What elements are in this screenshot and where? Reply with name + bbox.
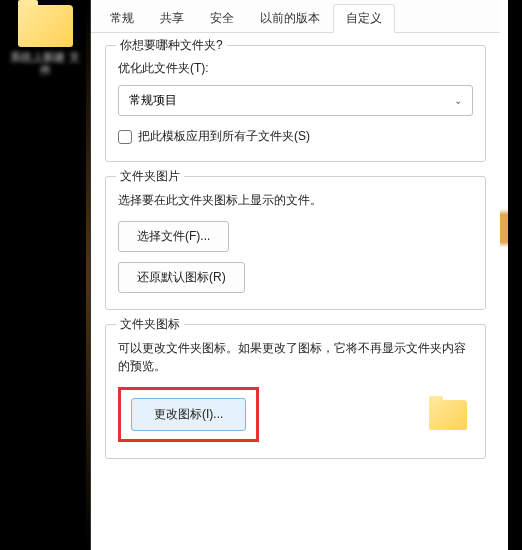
apply-subfolders-row[interactable]: 把此模板应用到所有子文件夹(S) xyxy=(118,128,473,145)
group-folder-picture-title: 文件夹图片 xyxy=(116,168,184,185)
tab-general[interactable]: 常规 xyxy=(97,4,147,33)
group-folder-icon: 文件夹图标 可以更改文件夹图标。如果更改了图标，它将不再显示文件夹内容的预览。 … xyxy=(105,324,486,459)
annotation-highlight: 更改图标(I)... xyxy=(118,387,259,442)
group-folder-icon-title: 文件夹图标 xyxy=(116,316,184,333)
folder-icon-preview xyxy=(429,400,467,430)
choose-file-button[interactable]: 选择文件(F)... xyxy=(118,221,229,252)
folder-icon xyxy=(18,5,73,47)
change-icon-button[interactable]: 更改图标(I)... xyxy=(131,398,246,431)
apply-subfolders-checkbox[interactable] xyxy=(118,130,132,144)
optimize-select-value: 常规项目 xyxy=(129,92,177,109)
optimize-select[interactable]: 常规项目 ⌄ xyxy=(118,85,473,116)
tab-sharing[interactable]: 共享 xyxy=(147,4,197,33)
desktop-folder-shortcut[interactable]: 系统上新建 文件 xyxy=(10,5,80,77)
right-edge-strip xyxy=(500,0,522,550)
optimize-label: 优化此文件夹(T): xyxy=(118,60,473,77)
desktop-folder-label: 系统上新建 文件 xyxy=(10,51,80,77)
tab-previous-versions[interactable]: 以前的版本 xyxy=(247,4,333,33)
properties-dialog: 常规 共享 安全 以前的版本 自定义 你想要哪种文件夹? 优化此文件夹(T): … xyxy=(90,0,500,550)
group-folder-type: 你想要哪种文件夹? 优化此文件夹(T): 常规项目 ⌄ 把此模板应用到所有子文件… xyxy=(105,45,486,162)
folder-icon-desc: 可以更改文件夹图标。如果更改了图标，它将不再显示文件夹内容的预览。 xyxy=(118,339,473,375)
restore-default-icon-button[interactable]: 还原默认图标(R) xyxy=(118,262,245,293)
folder-picture-desc: 选择要在此文件夹图标上显示的文件。 xyxy=(118,191,473,209)
group-folder-type-title: 你想要哪种文件夹? xyxy=(116,37,227,54)
tab-security[interactable]: 安全 xyxy=(197,4,247,33)
apply-subfolders-label: 把此模板应用到所有子文件夹(S) xyxy=(138,128,310,145)
group-folder-picture: 文件夹图片 选择要在此文件夹图标上显示的文件。 选择文件(F)... 还原默认图… xyxy=(105,176,486,310)
tab-customize[interactable]: 自定义 xyxy=(333,4,395,33)
tab-bar: 常规 共享 安全 以前的版本 自定义 xyxy=(91,0,500,33)
chevron-down-icon: ⌄ xyxy=(454,95,462,106)
